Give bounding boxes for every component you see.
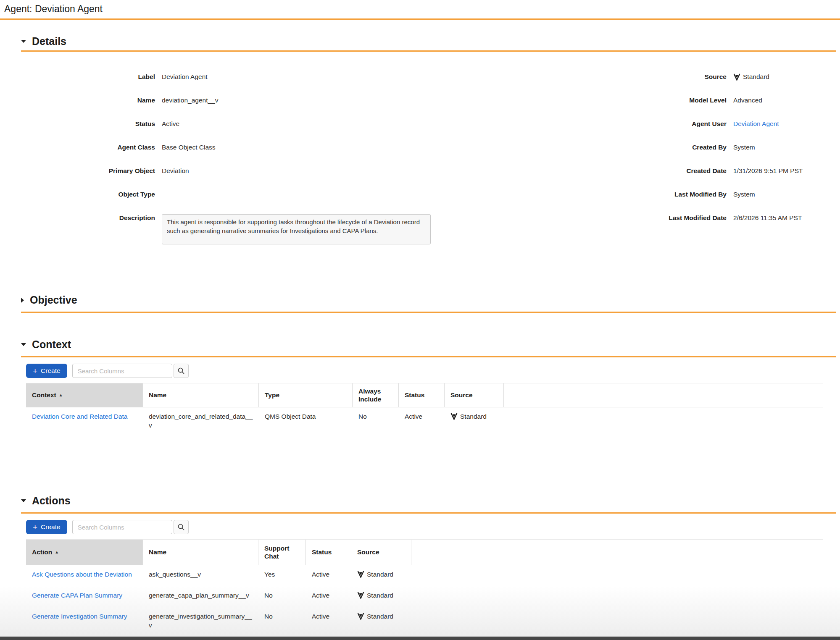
field-last-modified-date: Last Modified Date 2/6/2026 11:35 AM PST: [437, 213, 836, 237]
cell-name: generate_capa_plan_summary__v: [143, 586, 258, 607]
field-label-text: Label: [0, 72, 162, 81]
action-row-link[interactable]: Generate CAPA Plan Summary: [26, 586, 143, 607]
field-label-text: Name: [0, 96, 162, 104]
cell-name: generate_investigation_summary__v: [143, 607, 258, 637]
context-toolbar: + Create: [26, 364, 189, 378]
section-header-details[interactable]: Details: [21, 35, 836, 47]
field-primary-object: Primary Object Deviation: [0, 166, 435, 190]
cell-support-chat: No: [258, 586, 306, 607]
section-rule: [21, 312, 836, 313]
collapse-caret-icon[interactable]: [21, 343, 26, 346]
column-header-type[interactable]: Type: [259, 383, 353, 407]
section-header-objective[interactable]: Objective: [21, 294, 836, 306]
column-header-source[interactable]: Source: [351, 540, 411, 565]
context-search-button[interactable]: [174, 364, 189, 378]
actions-table: Action ▲ Name Support Chat Status Source…: [26, 539, 823, 637]
field-label-text: Last Modified Date: [437, 213, 733, 222]
actions-search-button[interactable]: [174, 520, 189, 534]
description-box: This agent is responsible for supporting…: [162, 214, 431, 244]
cell-source: Standard: [351, 565, 411, 586]
field-model-level: Model Level Advanced: [437, 96, 836, 119]
action-row-link[interactable]: Ask Questions about the Deviation: [26, 565, 143, 586]
section-title: Details: [32, 35, 66, 47]
section-title: Actions: [32, 495, 71, 507]
plus-icon: +: [33, 523, 37, 531]
search-icon: [177, 367, 185, 375]
cell-status: Active: [399, 407, 445, 437]
column-header-context[interactable]: Context ▲: [26, 383, 143, 407]
field-value: Active: [162, 119, 435, 128]
expand-caret-icon[interactable]: [21, 298, 24, 303]
section-title: Objective: [30, 294, 77, 306]
cell-name: deviation_core_and_related_data__v: [143, 407, 259, 437]
action-row-link[interactable]: Generate Investigation Summary: [26, 607, 143, 637]
source-label: Standard: [460, 412, 487, 421]
field-label-text: Last Modified By: [437, 190, 733, 198]
field-value: Deviation: [162, 166, 435, 175]
veeva-standard-icon: [357, 592, 364, 599]
field-created-date: Created Date 1/31/2026 9:51 PM PST: [437, 166, 836, 190]
field-label-text: Status: [0, 119, 162, 128]
field-description: Description This agent is responsible fo…: [0, 213, 435, 244]
field-label-text: Agent Class: [0, 143, 162, 151]
section-header-context[interactable]: Context: [21, 338, 836, 351]
field-value: Base Object Class: [162, 143, 435, 151]
table-row: Deviation Core and Related Data deviatio…: [26, 407, 823, 437]
column-header-source[interactable]: Source: [445, 383, 504, 407]
cell-filler: [411, 607, 823, 637]
section-title: Context: [32, 338, 71, 351]
section-rule: [21, 356, 836, 357]
column-header-status[interactable]: Status: [306, 540, 351, 565]
column-header-name[interactable]: Name: [143, 540, 258, 565]
collapse-caret-icon[interactable]: [21, 40, 26, 43]
column-header-action[interactable]: Action ▲: [26, 540, 143, 565]
field-label-text: Source: [437, 72, 733, 81]
table-row: Generate CAPA Plan Summary generate_capa…: [26, 586, 823, 607]
cell-source: Standard: [351, 607, 411, 637]
context-row-link[interactable]: Deviation Core and Related Data: [26, 407, 143, 437]
source-label: Standard: [367, 612, 393, 621]
context-search-input[interactable]: [72, 364, 172, 378]
actions-search-input[interactable]: [72, 520, 172, 534]
section-rule: [21, 512, 836, 514]
field-value: System: [733, 190, 836, 198]
source-label: Standard: [367, 591, 393, 600]
column-header-support-chat[interactable]: Support Chat: [258, 540, 306, 565]
field-created-by: Created By System: [437, 143, 836, 166]
field-value: 2/6/2026 11:35 AM PST: [733, 213, 836, 222]
column-header-filler: [411, 540, 823, 565]
plus-icon: +: [33, 367, 37, 375]
section-header-actions[interactable]: Actions: [21, 495, 836, 507]
context-create-button[interactable]: + Create: [26, 364, 67, 378]
field-label-text: Created Date: [437, 166, 733, 175]
field-value: [162, 190, 435, 191]
cell-status: Active: [306, 586, 351, 607]
cell-status: Active: [306, 565, 351, 586]
column-header-always-include[interactable]: Always Include: [353, 383, 399, 407]
column-header-status[interactable]: Status: [399, 383, 445, 407]
search-icon: [177, 523, 185, 531]
cell-source: Standard: [445, 407, 504, 437]
sort-asc-icon: ▲: [55, 550, 59, 555]
actions-table-header: Action ▲ Name Support Chat Status Source: [26, 539, 823, 565]
column-header-name[interactable]: Name: [143, 383, 259, 407]
column-header-label: Action: [32, 548, 52, 556]
field-value: Advanced: [733, 96, 836, 104]
field-status: Status Active: [0, 119, 435, 143]
veeva-standard-icon: [450, 413, 458, 420]
context-table-header: Context ▲ Name Type Always Include Statu…: [26, 383, 823, 407]
actions-create-button[interactable]: + Create: [26, 520, 67, 534]
source-label: Standard: [367, 570, 393, 579]
agent-user-link[interactable]: Deviation Agent: [733, 119, 836, 128]
field-label-text: Description: [0, 213, 162, 222]
table-row: Ask Questions about the Deviation ask_qu…: [26, 565, 823, 586]
context-table: Context ▲ Name Type Always Include Statu…: [26, 383, 823, 437]
field-value: System: [733, 143, 836, 151]
collapse-caret-icon[interactable]: [21, 499, 26, 502]
cell-support-chat: Yes: [258, 565, 306, 586]
field-value: Deviation Agent: [162, 72, 435, 81]
details-right-column: Source Standard Model Level Advanced Age…: [437, 72, 836, 237]
create-button-label: Create: [41, 523, 61, 531]
create-button-label: Create: [41, 367, 61, 375]
cell-status: Active: [306, 607, 351, 637]
